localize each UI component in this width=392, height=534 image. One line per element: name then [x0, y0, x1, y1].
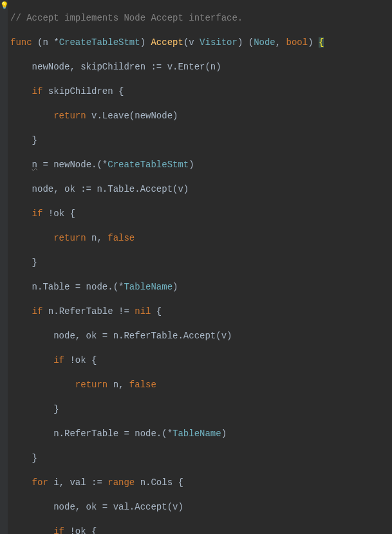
gutter: 💡 [0, 0, 8, 534]
code-content[interactable]: // Accept implements Node Accept interfa… [8, 0, 392, 534]
code-line: node, ok := n.Table.Accept(v) [10, 183, 392, 196]
code-line: if !ok { [10, 354, 392, 367]
code-line: n.Table = node.(*TableName) [10, 281, 392, 293]
code-line: n = newNode.(*CreateTableStmt) [10, 159, 392, 171]
func-signature: func (n *CreateTableStmt) Accept(v Visit… [10, 37, 392, 49]
code-line: return n, false [10, 379, 392, 391]
code-line: if !ok { [10, 526, 392, 534]
code-line: if !ok { [10, 208, 392, 220]
code-line: } [10, 134, 392, 147]
comment-line: // Accept implements Node Accept interfa… [10, 13, 243, 23]
code-line: node, ok = n.ReferTable.Accept(v) [10, 330, 392, 342]
code-line: return n, false [10, 232, 392, 244]
code-line: return v.Leave(newNode) [10, 110, 392, 122]
code-line: if skipChildren { [10, 86, 392, 98]
code-line: } [10, 257, 392, 269]
code-line: if n.ReferTable != nil { [10, 306, 392, 318]
code-line: newNode, skipChildren := v.Enter(n) [10, 61, 392, 73]
code-line: } [10, 403, 392, 416]
code-line: node, ok = val.Accept(v) [10, 501, 392, 513]
code-line: for i, val := range n.Cols { [10, 477, 392, 489]
code-editor[interactable]: 💡 // Accept implements Node Accept inter… [0, 0, 392, 534]
code-line: } [10, 452, 392, 465]
code-line: n.ReferTable = node.(*TableName) [10, 428, 392, 440]
